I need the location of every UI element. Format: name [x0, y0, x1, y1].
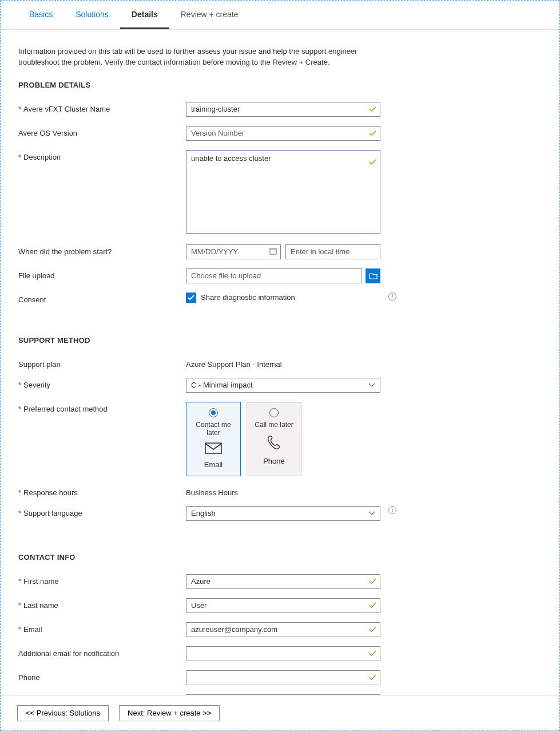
required-marker: * [18, 625, 21, 634]
previous-button[interactable]: << Previous: Solutions [17, 705, 109, 721]
first-name-input[interactable] [186, 574, 380, 589]
tab-basics[interactable]: Basics [18, 1, 64, 29]
radio-phone [269, 408, 279, 417]
contact-method-phone-card[interactable]: Call me later Phone [247, 402, 301, 476]
label-when: When did the problem start? [18, 247, 112, 256]
chevron-down-icon [368, 509, 375, 517]
mail-icon [205, 442, 222, 456]
section-contact-info: CONTACT INFO [18, 553, 542, 562]
label-last-name: Last name [23, 601, 58, 610]
cluster-name-input[interactable] [186, 102, 380, 117]
required-marker: * [18, 153, 21, 161]
required-marker: * [18, 577, 21, 586]
additional-email-input[interactable] [186, 646, 380, 661]
label-os-version: Avere OS Version [18, 129, 77, 137]
card-email-bottom: Email [204, 460, 223, 469]
contact-method-email-card[interactable]: Contact me later Email [186, 402, 241, 476]
required-marker: * [18, 509, 21, 517]
country-select[interactable]: United States [186, 694, 380, 695]
section-problem-details: PROBLEM DETAILS [18, 81, 542, 89]
card-phone-top: Call me later [255, 421, 293, 429]
severity-select[interactable]: C - Minimal impact [186, 378, 380, 393]
label-response-hours: Response hours [23, 488, 78, 497]
label-description: Description [23, 153, 61, 161]
phone-icon [266, 434, 282, 452]
label-cluster-name: Avere vFXT Cluster Name [23, 105, 110, 113]
tab-details[interactable]: Details [120, 1, 169, 29]
info-icon[interactable]: i [388, 506, 396, 514]
calendar-icon [269, 247, 277, 256]
details-form-scroll[interactable]: Information provided on this tab will be… [1, 30, 559, 695]
svg-rect-2 [205, 443, 221, 453]
os-version-input[interactable] [186, 126, 380, 141]
label-phone: Phone [18, 673, 40, 682]
svg-rect-0 [270, 248, 276, 254]
consent-checkbox[interactable] [186, 293, 196, 303]
tab-solutions[interactable]: Solutions [64, 1, 120, 29]
email-input[interactable] [186, 622, 380, 637]
support-plan-value: Azure Support Plan - Internal [186, 357, 380, 369]
folder-icon [369, 272, 378, 279]
tab-bar: Basics Solutions Details Review + create [1, 1, 559, 30]
radio-email [209, 408, 218, 417]
next-button[interactable]: Next: Review + create >> [119, 705, 220, 721]
file-browse-button[interactable] [366, 268, 380, 283]
chevron-down-icon [368, 381, 375, 389]
section-support-method: SUPPORT METHOD [18, 336, 542, 345]
tab-review[interactable]: Review + create [169, 1, 250, 29]
response-hours-value: Business Hours [186, 485, 380, 497]
problem-time-input[interactable] [285, 244, 380, 259]
required-marker: * [18, 601, 21, 610]
problem-date-input[interactable] [186, 244, 281, 259]
required-marker: * [18, 405, 21, 413]
card-email-top: Contact me later [189, 421, 238, 437]
description-textarea[interactable]: unable to access cluster [186, 150, 380, 234]
label-support-plan: Support plan [18, 360, 61, 369]
info-icon[interactable]: i [388, 293, 396, 301]
support-language-value: English [191, 509, 216, 517]
file-upload-field[interactable]: Choose file to upload [186, 268, 362, 283]
card-phone-bottom: Phone [263, 457, 285, 465]
label-support-language: Support language [23, 509, 82, 517]
label-consent: Consent [18, 295, 46, 304]
label-first-name: First name [23, 577, 58, 586]
last-name-input[interactable] [186, 598, 380, 613]
required-marker: * [18, 488, 21, 497]
label-severity: Severity [23, 381, 50, 389]
phone-input[interactable] [186, 670, 380, 685]
consent-label: Share diagnostic information [201, 293, 295, 302]
support-language-select[interactable]: English [186, 506, 380, 521]
required-marker: * [18, 381, 21, 389]
required-marker: * [18, 105, 21, 113]
label-additional-email: Additional email for notification [18, 649, 119, 658]
label-file-upload: File upload [18, 271, 55, 280]
label-contact-method: Preferred contact method [23, 405, 108, 413]
intro-text: Information provided on this tab will be… [18, 46, 384, 68]
severity-value: C - Minimal impact [191, 381, 253, 389]
wizard-footer: << Previous: Solutions Next: Review + cr… [1, 696, 559, 730]
label-email: Email [23, 625, 42, 634]
